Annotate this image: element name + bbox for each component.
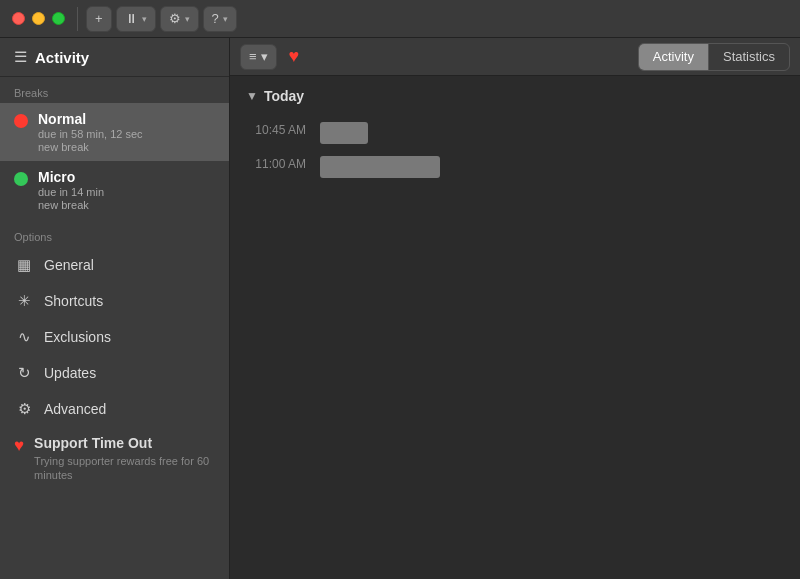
tab-statistics[interactable]: Statistics xyxy=(709,44,789,70)
right-panel: ≡ ▾ ♥ Activity Statistics ▼ Today 10:45 … xyxy=(230,38,800,579)
timeline-row: 11:00 AM xyxy=(246,150,784,184)
normal-name: Normal xyxy=(38,111,143,127)
sidebar-title: Activity xyxy=(35,49,89,66)
normal-dot xyxy=(14,114,28,128)
general-label: General xyxy=(44,257,94,273)
advanced-label: Advanced xyxy=(44,401,106,417)
help-caret: ▾ xyxy=(223,14,228,24)
option-item-shortcuts[interactable]: ✳ Shortcuts xyxy=(0,283,229,319)
support-description: Trying supporter rewards free for 60 min… xyxy=(34,454,215,483)
support-label: Support Time Out xyxy=(34,435,215,451)
tab-activity[interactable]: Activity xyxy=(639,44,709,70)
minimize-button[interactable] xyxy=(32,12,45,25)
toolbar-divider xyxy=(77,7,78,31)
gear-icon: ⚙ xyxy=(169,11,181,26)
question-icon: ? xyxy=(212,11,219,26)
maximize-button[interactable] xyxy=(52,12,65,25)
heart-icon: ♥ xyxy=(14,436,24,456)
settings-caret: ▾ xyxy=(185,14,190,24)
sidebar-header: ☰ Activity xyxy=(0,38,229,77)
option-item-general[interactable]: ▦ General xyxy=(0,247,229,283)
close-button[interactable] xyxy=(12,12,25,25)
timeline-bar-wrap-1 xyxy=(320,156,784,178)
micro-info: Micro due in 14 min new break xyxy=(38,169,104,211)
timeline-time-1: 11:00 AM xyxy=(246,156,306,171)
format-caret: ▾ xyxy=(261,49,268,64)
sidebar: ☰ Activity Breaks Normal due in 58 min, … xyxy=(0,38,230,579)
pause-caret: ▾ xyxy=(142,14,147,24)
help-button[interactable]: ? ▾ xyxy=(203,6,237,32)
timeline-time-0: 10:45 AM xyxy=(246,122,306,137)
support-info: Support Time Out Trying supporter reward… xyxy=(34,435,215,483)
shortcuts-label: Shortcuts xyxy=(44,293,103,309)
today-caret-icon: ▼ xyxy=(246,89,258,103)
break-item-normal[interactable]: Normal due in 58 min, 12 sec new break xyxy=(0,103,229,161)
pause-icon: ⏸ xyxy=(125,11,138,26)
pause-button[interactable]: ⏸ ▾ xyxy=(116,6,156,32)
timeline-row: 10:45 AM xyxy=(246,116,784,150)
option-item-exclusions[interactable]: ∿ Exclusions xyxy=(0,319,229,355)
tab-group: Activity Statistics xyxy=(638,43,790,71)
timeline-bar-1 xyxy=(320,156,440,178)
shortcuts-icon: ✳ xyxy=(14,291,34,311)
normal-due: due in 58 min, 12 sec xyxy=(38,128,143,140)
general-icon: ▦ xyxy=(14,255,34,275)
exclusions-icon: ∿ xyxy=(14,327,34,347)
activity-list-icon: ☰ xyxy=(14,48,27,66)
format-icon: ≡ xyxy=(249,49,257,64)
add-button[interactable]: + xyxy=(86,6,112,32)
favorite-heart-icon[interactable]: ♥ xyxy=(285,46,304,67)
break-item-micro[interactable]: Micro due in 14 min new break xyxy=(0,161,229,219)
breaks-section-label: Breaks xyxy=(0,77,229,103)
title-bar: + ⏸ ▾ ⚙ ▾ ? ▾ xyxy=(0,0,800,38)
micro-due: due in 14 min xyxy=(38,186,104,198)
view-format-button[interactable]: ≡ ▾ xyxy=(240,44,277,70)
timeline: 10:45 AM 11:00 AM xyxy=(246,116,784,184)
today-label: Today xyxy=(264,88,304,104)
timeline-bar-0 xyxy=(320,122,368,144)
advanced-icon: ⚙ xyxy=(14,399,34,419)
window-controls xyxy=(0,12,77,25)
add-icon: + xyxy=(95,11,103,26)
micro-name: Micro xyxy=(38,169,104,185)
timeline-bar-wrap-0 xyxy=(320,122,784,144)
option-item-updates[interactable]: ↻ Updates xyxy=(0,355,229,391)
updates-label: Updates xyxy=(44,365,96,381)
normal-info: Normal due in 58 min, 12 sec new break xyxy=(38,111,143,153)
option-item-advanced[interactable]: ⚙ Advanced xyxy=(0,391,229,427)
micro-dot xyxy=(14,172,28,186)
updates-icon: ↻ xyxy=(14,363,34,383)
toolbar-left: + ⏸ ▾ ⚙ ▾ ? ▾ xyxy=(86,6,237,32)
exclusions-label: Exclusions xyxy=(44,329,111,345)
right-toolbar: ≡ ▾ ♥ Activity Statistics xyxy=(230,38,800,76)
main-content: ☰ Activity Breaks Normal due in 58 min, … xyxy=(0,38,800,579)
options-section-label: Options xyxy=(0,219,229,247)
activity-content: ▼ Today 10:45 AM 11:00 AM xyxy=(230,76,800,579)
support-item[interactable]: ♥ Support Time Out Trying supporter rewa… xyxy=(0,427,229,491)
normal-status: new break xyxy=(38,141,143,153)
micro-status: new break xyxy=(38,199,104,211)
today-header: ▼ Today xyxy=(246,88,784,104)
settings-button[interactable]: ⚙ ▾ xyxy=(160,6,199,32)
